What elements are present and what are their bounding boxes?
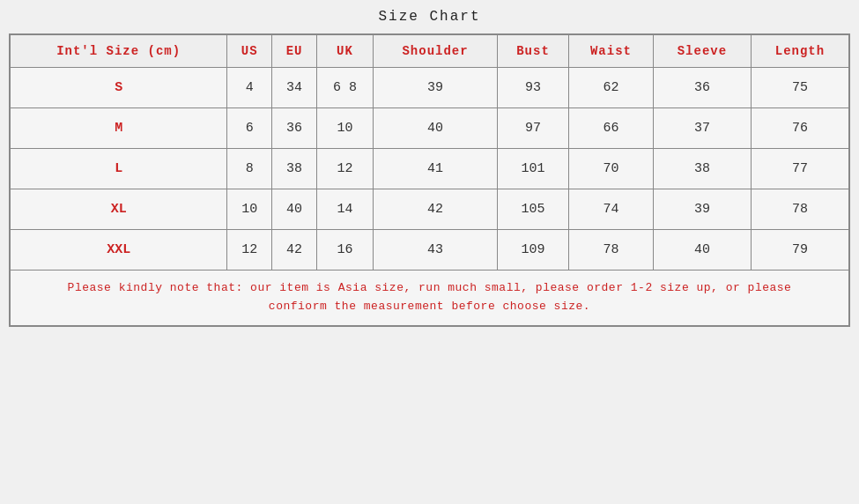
header-eu: EU — [272, 35, 317, 68]
cell-size: S — [11, 68, 227, 108]
header-us: US — [227, 35, 272, 68]
cell-shoulder: 43 — [374, 230, 498, 271]
size-chart-table: Int'l Size (cm) US EU UK Shoulder Bust W… — [10, 34, 849, 271]
cell-uk: 6 8 — [317, 68, 374, 108]
header-intl-size: Int'l Size (cm) — [11, 35, 227, 68]
cell-bust: 101 — [498, 149, 569, 189]
table-row: XL10401442105743978 — [11, 189, 849, 230]
table-row: M636104097663776 — [11, 108, 849, 149]
header-waist: Waist — [568, 35, 653, 68]
cell-eu: 40 — [272, 189, 317, 230]
cell-size: L — [11, 149, 227, 189]
cell-shoulder: 39 — [374, 68, 498, 108]
cell-shoulder: 41 — [374, 149, 498, 189]
cell-eu: 36 — [272, 108, 317, 149]
cell-waist: 62 — [568, 68, 653, 108]
cell-us: 10 — [227, 189, 272, 230]
cell-waist: 70 — [568, 149, 653, 189]
table-header-row: Int'l Size (cm) US EU UK Shoulder Bust W… — [11, 35, 849, 68]
cell-waist: 78 — [568, 230, 653, 271]
cell-eu: 34 — [272, 68, 317, 108]
cell-us: 8 — [227, 149, 272, 189]
cell-length: 78 — [751, 189, 848, 230]
cell-us: 12 — [227, 230, 272, 271]
cell-uk: 12 — [317, 149, 374, 189]
cell-sleeve: 37 — [653, 108, 751, 149]
cell-bust: 105 — [498, 189, 569, 230]
cell-length: 77 — [751, 149, 848, 189]
note-section: Please kindly note that: our item is Asi… — [10, 271, 849, 326]
cell-waist: 74 — [568, 189, 653, 230]
cell-shoulder: 40 — [374, 108, 498, 149]
header-length: Length — [751, 35, 848, 68]
table-row: L8381241101703877 — [11, 149, 849, 189]
table-row: XXL12421643109784079 — [11, 230, 849, 271]
cell-shoulder: 42 — [374, 189, 498, 230]
note-line2: confiorm the measurement before choose s… — [269, 300, 590, 313]
cell-uk: 14 — [317, 189, 374, 230]
cell-us: 6 — [227, 108, 272, 149]
cell-sleeve: 38 — [653, 149, 751, 189]
note-text: Please kindly note that: our item is Asi… — [28, 279, 831, 316]
cell-waist: 66 — [568, 108, 653, 149]
cell-bust: 109 — [498, 230, 569, 271]
cell-eu: 42 — [272, 230, 317, 271]
cell-sleeve: 40 — [653, 230, 751, 271]
table-row: S4346 83993623675 — [11, 68, 849, 108]
cell-bust: 93 — [498, 68, 569, 108]
header-shoulder: Shoulder — [374, 35, 498, 68]
cell-sleeve: 36 — [653, 68, 751, 108]
cell-length: 76 — [751, 108, 848, 149]
header-bust: Bust — [498, 35, 569, 68]
cell-uk: 16 — [317, 230, 374, 271]
header-sleeve: Sleeve — [653, 35, 751, 68]
cell-length: 75 — [751, 68, 848, 108]
cell-size: M — [11, 108, 227, 149]
cell-eu: 38 — [272, 149, 317, 189]
cell-bust: 97 — [498, 108, 569, 149]
size-chart-container: Int'l Size (cm) US EU UK Shoulder Bust W… — [9, 33, 850, 327]
cell-us: 4 — [227, 68, 272, 108]
page-title: Size Chart — [378, 9, 480, 25]
cell-size: XL — [11, 189, 227, 230]
cell-uk: 10 — [317, 108, 374, 149]
cell-length: 79 — [751, 230, 848, 271]
header-uk: UK — [317, 35, 374, 68]
note-line1: Please kindly note that: our item is Asi… — [68, 281, 792, 294]
cell-size: XXL — [11, 230, 227, 271]
cell-sleeve: 39 — [653, 189, 751, 230]
